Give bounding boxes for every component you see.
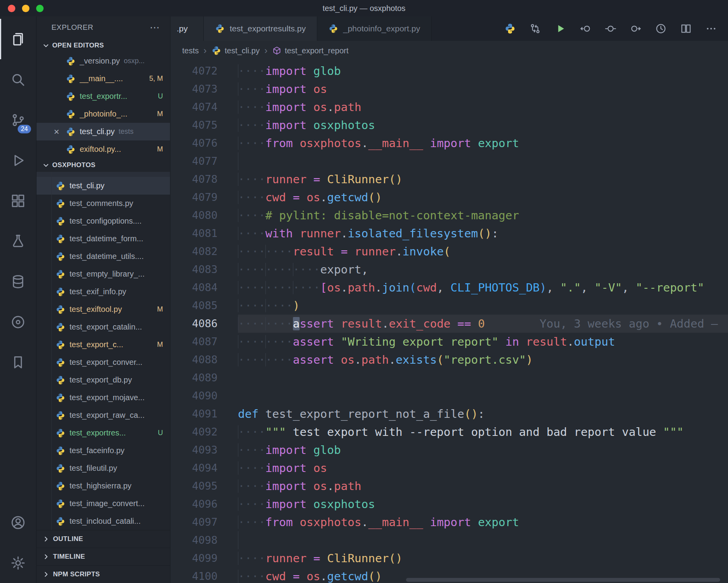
section-npm-scripts[interactable]: NPM SCRIPTS: [37, 565, 170, 583]
code-text[interactable]: ····from osxphotos.__main__ import expor…: [238, 513, 728, 531]
code-text[interactable]: ····import os.path: [238, 477, 728, 495]
code-text[interactable]: ········assert os.path.exists("report.cs…: [238, 351, 728, 369]
tree-item[interactable]: test_comments.py: [37, 195, 170, 212]
tree-item[interactable]: test_export_raw_ca...: [37, 406, 170, 424]
section-timeline[interactable]: TIMELINE: [37, 548, 170, 565]
breadcrumb-item[interactable]: tests: [182, 46, 199, 55]
code-text[interactable]: ········result = runner.invoke(: [238, 242, 728, 261]
tree-item[interactable]: test_export_db.py: [37, 371, 170, 389]
code-text[interactable]: ····from osxphotos.__main__ import expor…: [238, 134, 728, 152]
activity-item-search-icon[interactable]: [0, 59, 36, 100]
line-number[interactable]: 4081: [170, 224, 238, 242]
activity-item-bookmarks-icon[interactable]: [0, 342, 36, 383]
line-number[interactable]: 4087: [170, 333, 238, 351]
line-number[interactable]: 4099: [170, 549, 238, 567]
run-button-icon[interactable]: [549, 19, 572, 38]
line-number[interactable]: 4074: [170, 98, 238, 116]
git-compare-icon[interactable]: [524, 19, 547, 38]
tree-item[interactable]: test_exif_info.py: [37, 283, 170, 301]
code-text[interactable]: ····# pylint: disable=not-context-manage…: [238, 206, 728, 224]
code-text[interactable]: ····import osxphotos: [238, 495, 728, 513]
activity-item-run-debug-icon[interactable]: [0, 140, 36, 180]
line-number[interactable]: 4094: [170, 459, 238, 477]
line-number[interactable]: 4095: [170, 477, 238, 495]
tree-item[interactable]: test_image_convert...: [37, 495, 170, 512]
line-number[interactable]: 4090: [170, 387, 238, 405]
more-actions-icon[interactable]: ⋯: [150, 22, 161, 34]
tree-item[interactable]: test_incloud_catali...: [37, 512, 170, 530]
tree-item[interactable]: test_datetime_form...: [37, 230, 170, 248]
breadcrumb-item[interactable]: test_cli.py: [211, 46, 260, 56]
line-number[interactable]: 4072: [170, 62, 238, 80]
line-number[interactable]: 4096: [170, 495, 238, 513]
line-number[interactable]: 4100: [170, 567, 238, 583]
open-editor-item[interactable]: _version.pyosxp...: [37, 52, 170, 70]
tree-item[interactable]: test_empty_library_...: [37, 265, 170, 283]
line-number[interactable]: 4098: [170, 531, 238, 549]
tree-item[interactable]: test_fileutil.py: [37, 459, 170, 477]
code-text[interactable]: ····import glob: [238, 441, 728, 459]
line-number[interactable]: 4079: [170, 188, 238, 206]
code-text[interactable]: ····import os: [238, 80, 728, 98]
tree-item[interactable]: test_cli.py: [37, 177, 170, 195]
activity-item-database-icon[interactable]: [0, 261, 36, 302]
code-text[interactable]: [238, 369, 728, 387]
code-text[interactable]: ····cwd = os.getcwd(): [238, 188, 728, 206]
line-number[interactable]: 4086: [170, 315, 238, 333]
tab-.py[interactable]: .py: [170, 16, 204, 41]
line-number[interactable]: 4097: [170, 513, 238, 531]
code-text[interactable]: def test_export_report_not_a_file():: [238, 405, 728, 423]
open-editor-item[interactable]: __main__....5, M: [37, 70, 170, 87]
editor-more-actions-icon[interactable]: [700, 19, 723, 38]
line-number[interactable]: 4073: [170, 80, 238, 98]
activity-item-source-control-icon[interactable]: 24: [0, 100, 36, 140]
code-text[interactable]: [238, 531, 728, 549]
code-text[interactable]: ····import glob: [238, 62, 728, 80]
tree-item[interactable]: test_exportres...U: [37, 424, 170, 442]
line-number[interactable]: 4089: [170, 369, 238, 387]
code-text[interactable]: ········): [238, 297, 728, 315]
code-text[interactable]: ············[os.path.join(cwd, CLI_PHOTO…: [238, 279, 728, 297]
line-number[interactable]: 4084: [170, 279, 238, 297]
close-window-button[interactable]: [8, 5, 15, 12]
activity-item-extensions-icon[interactable]: [0, 180, 36, 221]
open-editor-item[interactable]: exiftool.py...M: [37, 140, 170, 158]
python-logo-icon[interactable]: [499, 19, 521, 38]
minimize-window-button[interactable]: [22, 5, 29, 12]
record-icon[interactable]: [599, 19, 622, 38]
line-number[interactable]: 4076: [170, 134, 238, 152]
code-editor[interactable]: 4072····import glob4073····import os4074…: [170, 60, 728, 583]
prev-change-icon[interactable]: [574, 19, 597, 38]
line-number[interactable]: 4088: [170, 351, 238, 369]
open-editor-item[interactable]: _photoinfo_...M: [37, 105, 170, 123]
line-number[interactable]: 4091: [170, 405, 238, 423]
code-text[interactable]: ········assert "Writing export report" i…: [238, 333, 728, 351]
horizontal-scrollbar[interactable]: [406, 578, 720, 582]
close-icon[interactable]: ×: [37, 126, 66, 137]
activity-item-settings-gear-icon[interactable]: [0, 543, 36, 583]
history-icon[interactable]: [649, 19, 672, 38]
line-number[interactable]: 4085: [170, 297, 238, 315]
tree-item[interactable]: test_highsierra.py: [37, 477, 170, 495]
zoom-window-button[interactable]: [36, 5, 44, 12]
line-number[interactable]: 4075: [170, 116, 238, 134]
code-text[interactable]: ····import osxphotos: [238, 116, 728, 134]
code-text[interactable]: ············export,: [238, 261, 728, 279]
activity-item-disc-icon[interactable]: [0, 302, 36, 342]
code-text[interactable]: [238, 387, 728, 405]
code-text[interactable]: ····runner = CliRunner(): [238, 549, 728, 567]
osxphotos-header[interactable]: OSXPHOTOS: [37, 158, 170, 172]
tree-item[interactable]: test_export_mojave...: [37, 389, 170, 406]
split-editor-icon[interactable]: [675, 19, 697, 38]
open-editor-item[interactable]: test_exportr...U: [37, 87, 170, 105]
breadcrumb-item[interactable]: test_export_report: [272, 46, 348, 55]
open-editor-item[interactable]: ×test_cli.pytests: [37, 123, 170, 140]
tree-item[interactable]: test_faceinfo.py: [37, 442, 170, 459]
code-text[interactable]: ····with runner.isolated_filesystem():: [238, 224, 728, 242]
tab-_photoinfo_export.py[interactable]: _photoinfo_export.py: [317, 16, 432, 41]
code-text[interactable]: [238, 152, 728, 170]
code-text[interactable]: ····runner = CliRunner(): [238, 170, 728, 188]
code-text[interactable]: ····import os.path: [238, 98, 728, 116]
section-outline[interactable]: OUTLINE: [37, 530, 170, 548]
line-number[interactable]: 4082: [170, 242, 238, 261]
